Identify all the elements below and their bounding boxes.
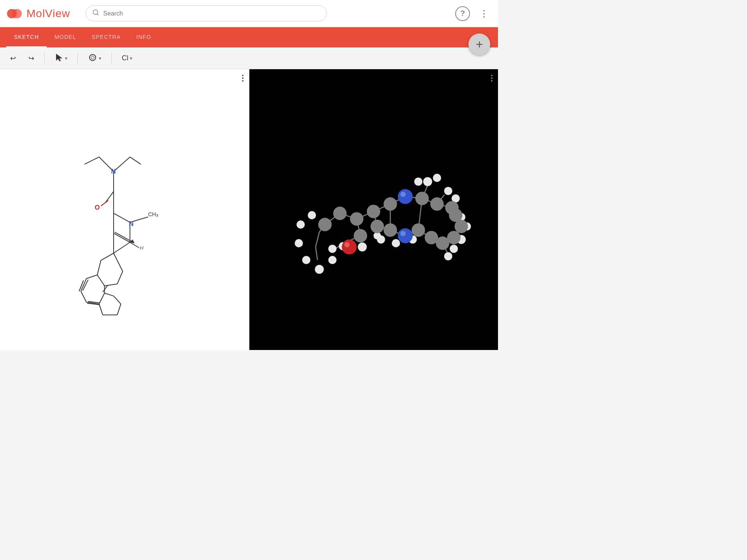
select-dropdown-chevron: ▾ <box>65 56 67 61</box>
svg-point-99 <box>414 177 423 186</box>
svg-line-45 <box>117 304 121 315</box>
model-panel-menu-button[interactable] <box>491 75 493 82</box>
logo-text: MolView <box>26 7 70 20</box>
svg-line-20 <box>114 233 130 242</box>
more-options-button[interactable]: ⋮ <box>476 6 492 21</box>
svg-point-84 <box>308 211 316 219</box>
main-content: N O N CH₃ H N H <box>0 69 498 350</box>
svg-line-32 <box>86 275 97 278</box>
svg-point-116 <box>416 192 429 205</box>
tab-spectra[interactable]: SPECTRA <box>84 27 129 47</box>
ring-tool[interactable]: ▾ <box>84 51 105 66</box>
svg-point-123 <box>425 231 438 245</box>
svg-point-92 <box>358 242 367 251</box>
svg-point-97 <box>423 177 432 186</box>
sketch-panel: N O N CH₃ H N H <box>0 69 249 350</box>
element-label: Cl <box>122 54 128 62</box>
svg-line-4 <box>97 14 98 15</box>
svg-point-110 <box>367 205 381 219</box>
tab-info[interactable]: INFO <box>128 27 159 47</box>
svg-point-95 <box>392 239 400 247</box>
svg-point-129 <box>344 242 349 247</box>
svg-point-85 <box>296 220 305 229</box>
fab-add-button[interactable]: + <box>468 33 490 55</box>
svg-point-113 <box>371 220 384 233</box>
model-panel-menu-icon <box>491 75 493 82</box>
svg-line-29 <box>104 284 117 286</box>
tab-sketch[interactable]: SKETCH <box>6 27 47 47</box>
svg-line-30 <box>117 271 123 284</box>
svg-point-107 <box>318 218 332 231</box>
svg-point-86 <box>295 239 303 247</box>
svg-line-21 <box>115 232 131 241</box>
svg-line-27 <box>97 261 101 275</box>
toolbar-separator-2 <box>77 52 78 65</box>
tab-model[interactable]: MODEL <box>47 27 84 47</box>
logo: MolView <box>6 5 70 22</box>
svg-text:O: O <box>95 204 100 211</box>
svg-point-6 <box>89 54 96 61</box>
sketch-panel-menu-icon <box>242 75 244 82</box>
svg-point-128 <box>400 231 405 236</box>
sketch-panel-menu-button[interactable] <box>242 75 244 82</box>
element-selector[interactable]: Cl ▾ <box>118 52 136 65</box>
svg-point-100 <box>444 187 452 195</box>
svg-point-7 <box>91 56 94 59</box>
search-input[interactable] <box>103 10 320 17</box>
svg-point-108 <box>333 206 347 220</box>
svg-line-15 <box>105 191 114 202</box>
svg-line-42 <box>103 286 107 292</box>
svg-point-98 <box>433 174 441 182</box>
svg-point-124 <box>398 189 413 204</box>
redo-button[interactable]: ↪ <box>25 52 38 65</box>
svg-point-109 <box>350 212 364 226</box>
svg-line-28 <box>97 275 105 286</box>
undo-icon: ↩ <box>10 54 16 63</box>
ring-icon <box>88 53 97 64</box>
logo-icon <box>6 5 23 22</box>
svg-point-117 <box>430 197 444 211</box>
svg-point-126 <box>342 240 357 254</box>
svg-point-120 <box>455 220 468 233</box>
molecule-2d: N O N CH₃ H N H <box>35 101 214 318</box>
svg-line-69 <box>316 232 319 247</box>
svg-line-26 <box>101 253 114 261</box>
svg-text:N: N <box>111 168 116 175</box>
redo-icon: ↪ <box>28 54 34 63</box>
svg-point-90 <box>328 245 337 253</box>
svg-line-16 <box>114 213 130 222</box>
svg-point-112 <box>384 197 397 211</box>
search-bar[interactable] <box>86 5 327 21</box>
svg-line-31 <box>114 253 123 271</box>
tab-bar: SKETCH MODEL SPECTRA INFO + <box>0 27 498 47</box>
element-dropdown-chevron: ▾ <box>130 56 132 61</box>
search-icon <box>92 9 99 18</box>
svg-line-46 <box>114 296 121 304</box>
svg-text:N: N <box>129 220 133 228</box>
header-actions: ? ⋮ <box>455 6 492 21</box>
fab-add-icon: + <box>476 37 483 52</box>
svg-text:N: N <box>104 318 108 318</box>
toolbar-separator-3 <box>111 52 112 65</box>
svg-line-43 <box>99 304 102 315</box>
svg-point-106 <box>444 252 452 260</box>
svg-point-127 <box>400 192 405 197</box>
svg-marker-5 <box>56 54 62 61</box>
more-options-icon: ⋮ <box>479 8 489 19</box>
svg-line-70 <box>316 247 317 260</box>
help-button[interactable]: ? <box>455 6 470 21</box>
svg-point-89 <box>328 256 337 264</box>
select-tool[interactable]: ▾ <box>51 51 71 66</box>
svg-line-36 <box>99 293 104 304</box>
svg-line-11 <box>130 157 141 164</box>
svg-point-114 <box>384 224 397 237</box>
ring-dropdown-chevron: ▾ <box>99 56 101 61</box>
svg-point-105 <box>450 245 458 253</box>
svg-point-87 <box>302 256 310 264</box>
svg-line-9 <box>84 157 99 164</box>
svg-point-111 <box>354 229 367 243</box>
toolbar-separator-1 <box>44 52 45 65</box>
svg-line-47 <box>104 293 113 296</box>
molecule-3d <box>253 116 494 303</box>
undo-button[interactable]: ↩ <box>6 52 20 65</box>
